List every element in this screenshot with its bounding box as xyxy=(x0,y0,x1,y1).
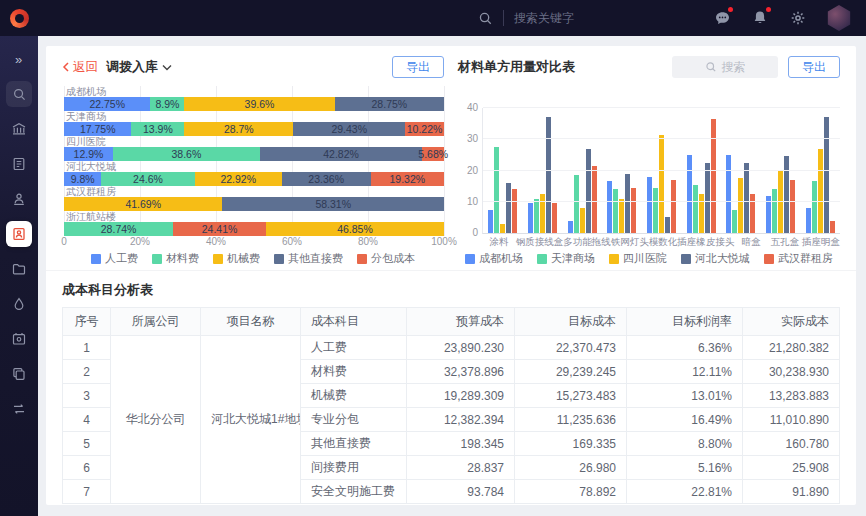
bar-segment[interactable]: 38.6% xyxy=(113,147,260,161)
bar[interactable] xyxy=(818,149,823,233)
bar-segment[interactable]: 24.6% xyxy=(101,172,194,186)
bar-segment[interactable]: 42.82% xyxy=(260,147,423,161)
bar[interactable] xyxy=(824,117,829,233)
sidebar-item-devices[interactable] xyxy=(6,326,32,352)
sidebar-item-copies[interactable] xyxy=(6,361,32,387)
bar-segment[interactable]: 46.85% xyxy=(266,222,444,236)
bar[interactable] xyxy=(726,155,731,233)
bar-segment[interactable]: 23.36% xyxy=(282,172,371,186)
legend-item[interactable]: 机械费 xyxy=(213,251,260,266)
bar[interactable] xyxy=(671,180,676,233)
legend-item[interactable]: 人工费 xyxy=(91,251,138,266)
bar[interactable] xyxy=(552,203,557,233)
bar-segment[interactable]: 29.43% xyxy=(293,122,405,136)
bar[interactable] xyxy=(687,155,692,233)
bar-segment[interactable]: 5.68% xyxy=(422,147,444,161)
bar[interactable] xyxy=(784,156,789,233)
bar[interactable] xyxy=(647,177,652,233)
x-tick-label: 0 xyxy=(61,236,67,247)
table-row[interactable]: 1华北分公司河北大悦城1#地块项目人工费23,890.23022,370.473… xyxy=(63,336,840,360)
bar[interactable] xyxy=(592,166,597,233)
bar[interactable] xyxy=(653,188,658,233)
app-logo[interactable] xyxy=(0,0,38,36)
bar-segment[interactable]: 8.9% xyxy=(150,97,184,111)
settings-button[interactable] xyxy=(788,8,808,28)
bar-segment[interactable]: 12.9% xyxy=(64,147,113,161)
export-button[interactable]: 导出 xyxy=(392,56,444,78)
bar[interactable] xyxy=(744,163,749,233)
bar[interactable] xyxy=(732,210,737,233)
bar-segment[interactable]: 19.32% xyxy=(371,172,444,186)
bar[interactable] xyxy=(607,181,612,233)
legend-item[interactable]: 其他直接费 xyxy=(274,251,343,266)
bar[interactable] xyxy=(693,185,698,233)
user-avatar[interactable] xyxy=(826,5,852,31)
legend-item[interactable]: 河北大悦城 xyxy=(681,251,750,266)
bar[interactable] xyxy=(534,199,539,233)
sidebar-item-search[interactable] xyxy=(6,81,32,107)
bar[interactable] xyxy=(580,208,585,233)
bar[interactable] xyxy=(613,189,618,233)
bar[interactable] xyxy=(830,221,835,234)
bar-segment[interactable]: 24.41% xyxy=(173,222,266,236)
sidebar-item-documents[interactable] xyxy=(6,151,32,177)
bar[interactable] xyxy=(738,178,743,233)
bar[interactable] xyxy=(546,117,551,233)
bar-segment[interactable]: 22.92% xyxy=(195,172,282,186)
messages-button[interactable] xyxy=(712,8,732,28)
bar-segment[interactable]: 22.75% xyxy=(64,97,150,111)
legend-item[interactable]: 材料费 xyxy=(152,251,199,266)
sidebar-item-approvals[interactable] xyxy=(6,186,32,212)
sidebar-item-materials[interactable] xyxy=(6,221,32,247)
legend-item[interactable]: 分包成本 xyxy=(357,251,415,266)
bar[interactable] xyxy=(711,119,716,233)
legend-item[interactable]: 天津商场 xyxy=(537,251,595,266)
sidebar-item-transfer[interactable] xyxy=(6,396,32,422)
bar[interactable] xyxy=(500,224,505,233)
bar-segment[interactable]: 28.74% xyxy=(64,222,173,236)
global-search-placeholder[interactable]: 搜索关键字 xyxy=(514,10,634,27)
bar-segment[interactable]: 17.75% xyxy=(64,122,131,136)
bar-segment[interactable]: 58.31% xyxy=(222,197,444,211)
bar[interactable] xyxy=(772,189,777,233)
bar-segment[interactable]: 41.69% xyxy=(64,197,222,211)
bar[interactable] xyxy=(586,149,591,233)
global-search[interactable]: 搜索关键字 xyxy=(478,10,634,27)
bar[interactable] xyxy=(625,174,630,233)
bar[interactable] xyxy=(506,183,511,233)
bar-segment[interactable]: 28.7% xyxy=(184,122,293,136)
bar[interactable] xyxy=(812,181,817,233)
sidebar-item-resources[interactable] xyxy=(6,291,32,317)
bar[interactable] xyxy=(494,147,499,233)
bar[interactable] xyxy=(705,163,710,233)
bar-segment[interactable]: 10.22% xyxy=(405,122,444,136)
bar[interactable] xyxy=(574,175,579,233)
bar[interactable] xyxy=(806,208,811,233)
export-button[interactable]: 导出 xyxy=(788,56,840,78)
bar[interactable] xyxy=(665,217,670,233)
bar[interactable] xyxy=(619,199,624,233)
bar[interactable] xyxy=(778,171,783,234)
bar[interactable] xyxy=(488,210,493,233)
bar[interactable] xyxy=(568,221,573,234)
bar-segment[interactable]: 13.9% xyxy=(131,122,184,136)
sidebar-collapse-icon[interactable]: » xyxy=(6,46,32,72)
bar[interactable] xyxy=(631,188,636,233)
legend-item[interactable]: 成都机场 xyxy=(465,251,523,266)
sidebar-item-files[interactable] xyxy=(6,256,32,282)
budget-cost-cell: 28.837 xyxy=(407,456,515,480)
legend-item[interactable]: 武汉群租房 xyxy=(764,251,833,266)
legend-item[interactable]: 四川医院 xyxy=(609,251,667,266)
bar[interactable] xyxy=(790,180,795,233)
panel-title-dropdown[interactable]: 调拨入库 xyxy=(106,58,172,76)
bar-segment[interactable]: 39.6% xyxy=(184,97,334,111)
bar-segment[interactable]: 9.8% xyxy=(64,172,101,186)
bar[interactable] xyxy=(528,203,533,233)
bar-segment[interactable]: 28.75% xyxy=(335,97,444,111)
bar[interactable] xyxy=(659,135,664,233)
notifications-button[interactable] xyxy=(750,8,770,28)
sidebar-item-company[interactable] xyxy=(6,116,32,142)
back-button[interactable]: 返回 xyxy=(62,59,98,76)
bar[interactable] xyxy=(512,189,517,233)
chart-search-input[interactable]: 搜索 xyxy=(672,56,778,78)
